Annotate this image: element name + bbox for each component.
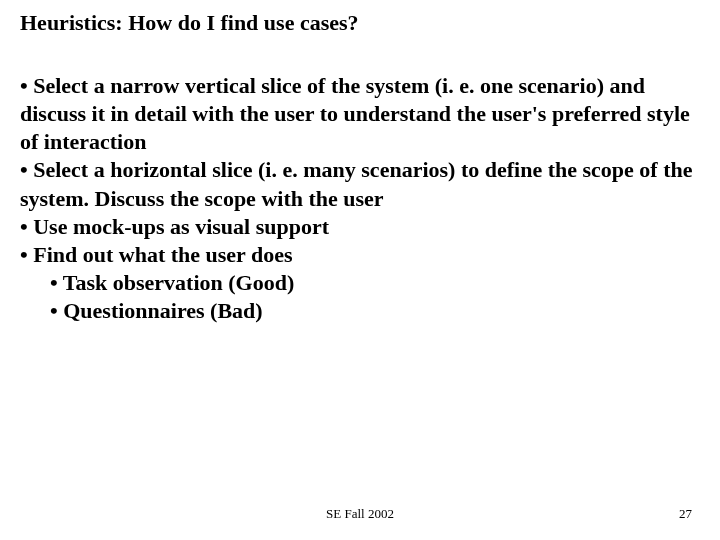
footer-page-number: 27 [679, 506, 692, 522]
slide: Heuristics: How do I find use cases? • S… [0, 0, 720, 540]
sub-bullet-item: • Questionnaires (Bad) [20, 297, 700, 325]
bullet-item: • Select a horizontal slice (i. e. many … [20, 156, 700, 212]
sub-bullet-item: • Task observation (Good) [20, 269, 700, 297]
bullet-item: • Use mock-ups as visual support [20, 213, 700, 241]
bullet-item: • Find out what the user does [20, 241, 700, 269]
bullet-item: • Select a narrow vertical slice of the … [20, 72, 700, 156]
footer-course: SE Fall 2002 [0, 506, 720, 522]
slide-title: Heuristics: How do I find use cases? [20, 10, 700, 36]
slide-body: • Select a narrow vertical slice of the … [20, 72, 700, 325]
